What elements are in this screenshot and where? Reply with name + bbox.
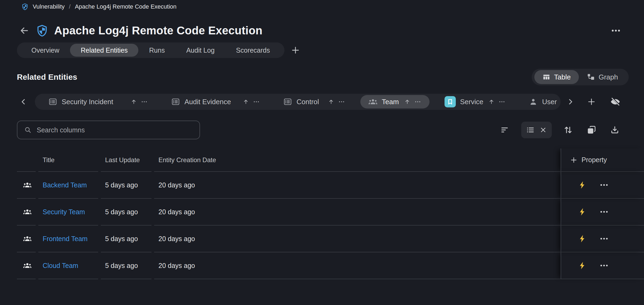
- back-arrow-icon[interactable]: [19, 25, 29, 36]
- tab-runs[interactable]: Runs: [138, 44, 175, 57]
- page-menu-kebab-icon[interactable]: [610, 25, 621, 36]
- groups-icon: [23, 234, 32, 243]
- ellipsis-icon[interactable]: [414, 98, 421, 106]
- tab-label: Overview: [31, 46, 59, 54]
- entity-tab-label: User: [542, 98, 557, 106]
- graph-icon: [587, 73, 595, 81]
- person-icon: [529, 97, 538, 106]
- bolt-icon[interactable]: [578, 234, 587, 243]
- entity-link[interactable]: Cloud Team: [43, 262, 78, 270]
- breadcrumb-parent[interactable]: Vulnerability: [33, 3, 65, 10]
- view-toggle-table[interactable]: Table: [534, 70, 579, 84]
- bolt-icon[interactable]: [578, 261, 587, 270]
- add-tab-plus-icon[interactable]: [290, 45, 301, 55]
- tab-scorecards[interactable]: Scorecards: [225, 44, 280, 57]
- bolt-icon[interactable]: [578, 207, 587, 216]
- tab-overview[interactable]: Overview: [21, 44, 70, 57]
- entity-creation-date-value: 20 days ago: [154, 226, 561, 252]
- download-icon[interactable]: [610, 125, 620, 135]
- title-row: Apache Log4j Remote Code Execution: [19, 17, 621, 45]
- entity-creation-date-value: 20 days ago: [154, 172, 561, 199]
- view-settings-control[interactable]: [521, 122, 552, 138]
- column-header-title[interactable]: Title: [38, 148, 98, 172]
- related-entities-section-header: Related Entities Table: [17, 69, 629, 85]
- entity-tab-audit-evidence[interactable]: Audit Evidence: [163, 95, 268, 108]
- row-actions-cell: [561, 199, 644, 226]
- column-header-last-update[interactable]: Last Update: [101, 148, 151, 172]
- row-menu-kebab-icon[interactable]: [599, 207, 609, 217]
- arrow-up-icon[interactable]: [242, 98, 249, 105]
- row-icon-cell: [17, 172, 36, 199]
- entity-type-tabs-row: Security Incident Audit Evidence: [0, 94, 644, 110]
- row-menu-kebab-icon[interactable]: [599, 234, 609, 244]
- entity-tab-security-incident[interactable]: Security Incident: [40, 95, 156, 108]
- breadcrumb: Vulnerability / Apache Log4j Remote Code…: [21, 3, 176, 10]
- ellipsis-icon[interactable]: [498, 98, 506, 106]
- bookmark-icon: [445, 96, 456, 107]
- close-icon[interactable]: [539, 126, 547, 134]
- groups-icon: [368, 97, 377, 106]
- arrow-up-icon[interactable]: [404, 98, 411, 105]
- column-header-entity-creation-date[interactable]: Entity Creation Date: [154, 148, 561, 172]
- table-tools: [500, 122, 620, 138]
- filter-icon[interactable]: [500, 125, 509, 135]
- sort-arrows-icon[interactable]: [563, 125, 573, 135]
- tab-label: Related Entities: [81, 46, 128, 54]
- tab-label: Audit Log: [186, 46, 215, 54]
- tab-audit-log[interactable]: Audit Log: [176, 44, 225, 57]
- last-update-value: 5 days ago: [101, 226, 151, 252]
- arrow-up-icon[interactable]: [328, 98, 335, 105]
- row-menu-kebab-icon[interactable]: [599, 261, 609, 270]
- search-columns-box[interactable]: [17, 121, 200, 139]
- chevron-right-icon[interactable]: [566, 97, 575, 107]
- view-toggle-graph[interactable]: Graph: [579, 70, 626, 84]
- plus-icon: [570, 156, 578, 164]
- bolt-icon[interactable]: [578, 180, 587, 190]
- entity-tab-service[interactable]: Service: [436, 95, 514, 108]
- arrow-up-icon[interactable]: [130, 98, 137, 105]
- row-actions-cell: [561, 252, 644, 279]
- last-update-value: 5 days ago: [101, 252, 151, 279]
- section-title: Related Entities: [17, 72, 77, 82]
- list-alt-icon: [48, 97, 57, 106]
- arrow-up-icon[interactable]: [488, 98, 495, 105]
- list-alt-icon: [171, 97, 180, 106]
- entity-link[interactable]: Security Team: [43, 208, 85, 216]
- ellipsis-icon[interactable]: [140, 98, 148, 106]
- ellipsis-icon[interactable]: [253, 98, 260, 106]
- search-columns-input[interactable]: [36, 126, 193, 134]
- table-row: Backend Team 5 days ago 20 days ago: [0, 172, 644, 199]
- copy-icon[interactable]: [587, 125, 596, 135]
- add-property-label: Property: [582, 156, 607, 164]
- groups-icon: [23, 261, 32, 270]
- entity-tab-label: Service: [460, 98, 484, 106]
- last-update-value: 5 days ago: [101, 199, 151, 226]
- tab-label: Scorecards: [236, 46, 270, 54]
- table-row: Security Team 5 days ago 20 days ago: [0, 199, 644, 226]
- entity-creation-date-value: 20 days ago: [154, 199, 561, 226]
- list-icon[interactable]: [526, 126, 535, 134]
- column-header-label: Last Update: [105, 156, 140, 164]
- eye-off-icon[interactable]: [610, 96, 621, 107]
- row-icon-cell: [17, 252, 36, 279]
- add-property-button[interactable]: Property: [561, 148, 644, 172]
- add-entity-tab-plus-icon[interactable]: [587, 97, 596, 107]
- related-entities-table: Title Last Update Entity Creation Date P…: [0, 148, 644, 279]
- tab-related-entities[interactable]: Related Entities: [70, 44, 138, 57]
- row-menu-kebab-icon[interactable]: [599, 180, 609, 190]
- entity-link[interactable]: Frontend Team: [43, 235, 88, 243]
- chevron-left-icon[interactable]: [18, 97, 28, 107]
- icon-column-header: [17, 148, 36, 172]
- entity-tab-user[interactable]: User: [521, 95, 561, 108]
- page-tabs: Overview Related Entities Runs Audit Log…: [17, 42, 301, 58]
- breadcrumb-separator: /: [69, 3, 71, 10]
- breadcrumb-current[interactable]: Apache Log4j Remote Code Execution: [75, 3, 176, 10]
- entity-tab-team[interactable]: Team: [360, 95, 430, 108]
- entity-creation-date-value: 20 days ago: [154, 252, 561, 279]
- entity-tab-control[interactable]: Control: [275, 95, 353, 108]
- entity-type-tabs: Security Incident Audit Evidence: [35, 94, 561, 110]
- list-alt-icon: [283, 97, 292, 106]
- entity-link[interactable]: Backend Team: [43, 181, 87, 189]
- entity-tab-label: Audit Evidence: [184, 98, 238, 106]
- ellipsis-icon[interactable]: [338, 98, 345, 106]
